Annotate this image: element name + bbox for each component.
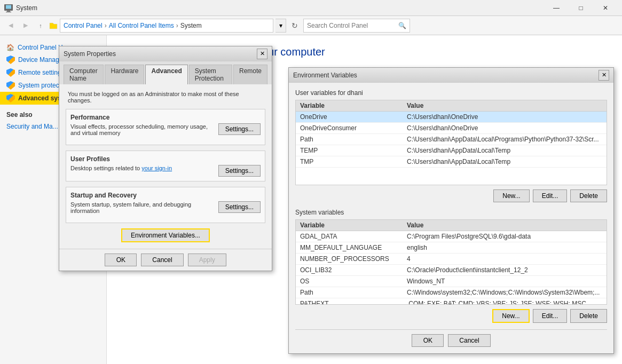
close-button[interactable]: ✕ (593, 0, 618, 16)
breadcrumb-all-items[interactable]: All Control Panel Items (109, 22, 174, 29)
address-dropdown[interactable]: ▾ (275, 19, 286, 33)
user-var-name: OneDriveConsumer (296, 123, 403, 134)
startup-recovery-group-title: Startup and Recovery (70, 192, 261, 199)
forward-button[interactable]: ▶ (19, 19, 32, 32)
sys-var-name: GDAL_DATA (296, 231, 403, 242)
user-delete-button[interactable]: Delete (570, 189, 607, 202)
user-var-value: C:\Users\dhani\AppData\Local\Temp (403, 145, 607, 156)
svg-rect-1 (6, 5, 11, 9)
user-profiles-settings-button[interactable]: Settings... (218, 165, 261, 177)
sys-var-row[interactable]: OSWindows_NT (296, 276, 607, 287)
environment-variables-dialog: Environment Variables ✕ User variables f… (288, 67, 614, 354)
user-var-name: TMP (296, 156, 403, 168)
user-profiles-group-title: User Profiles (70, 155, 261, 163)
sys-edit-button[interactable]: Edit... (533, 309, 568, 323)
minimize-button[interactable]: — (544, 0, 569, 16)
user-edit-button[interactable]: Edit... (533, 189, 568, 202)
sys-vars-btn-row: New... Edit... Delete (295, 309, 607, 323)
performance-group-desc: Visual effects, processor scheduling, me… (70, 123, 214, 136)
sys-var-value: english (403, 242, 607, 254)
tab-remote[interactable]: Remote (233, 65, 267, 84)
startup-recovery-group: Startup and Recovery System startup, sys… (66, 187, 265, 223)
sys-props-tabs: Computer Name Hardware Advanced System P… (59, 61, 272, 84)
up-button[interactable]: ↑ (34, 19, 47, 32)
search-input[interactable] (307, 22, 398, 29)
environment-variables-button[interactable]: Environment Variables... (121, 228, 210, 242)
sys-var-value: C:\Oracle\Product\client\instantclient_1… (403, 265, 607, 276)
svg-rect-2 (7, 11, 10, 12)
user-var-value: C:\Users\dhani\OneDrive (403, 112, 607, 123)
sys-var-name: NUMBER_OF_PROCESSORS (296, 254, 403, 265)
sys-var-row[interactable]: MM_DEFAULT_LANGUAGEenglish (296, 242, 607, 254)
user-var-name: TEMP (296, 145, 403, 156)
dialog-overlay: System Properties ✕ Computer Name Hardwa… (0, 35, 622, 364)
user-var-col-header: Variable (296, 100, 403, 112)
sys-props-content: You must be logged on as an Administrato… (59, 84, 272, 249)
main-container: 🏠 Control Panel Home Device Manager Remo… (0, 35, 622, 364)
sys-props-title-bar: System Properties ✕ (59, 46, 272, 61)
system-variables-label: System variables (295, 209, 607, 216)
maximize-button[interactable]: □ (569, 0, 593, 16)
svg-rect-3 (6, 12, 11, 12)
folder-icon (49, 21, 58, 30)
sys-var-name: MM_DEFAULT_LANGUAGE (296, 242, 403, 254)
sys-var-name: PATHEXT (296, 298, 403, 305)
env-ok-button[interactable]: OK (412, 334, 444, 347)
env-cancel-button[interactable]: Cancel (448, 334, 490, 347)
user-var-row[interactable]: PathC:\Users\dhani\AppData\Local\Program… (296, 134, 607, 145)
sys-props-ok-button[interactable]: OK (105, 254, 137, 266)
user-var-row[interactable]: OneDriveC:\Users\dhani\OneDrive (296, 112, 607, 123)
tab-advanced[interactable]: Advanced (145, 65, 187, 84)
user-variables-table: Variable Value OneDriveC:\Users\dhani\On… (296, 100, 607, 168)
tab-computer-name[interactable]: Computer Name (64, 65, 104, 84)
user-profiles-group-desc: Desktop settings related to your sign-in (70, 165, 214, 171)
sys-var-value: Windows_NT (403, 276, 607, 287)
sys-var-col-header: Variable (296, 220, 403, 231)
user-var-row[interactable]: TEMPC:\Users\dhani\AppData\Local\Temp (296, 145, 607, 156)
user-var-value: C:\Users\dhani\AppData\Local\Temp (403, 156, 607, 168)
sys-var-row[interactable]: PathC:\Windows\system32;C:\Windows;C:\Wi… (296, 287, 607, 298)
refresh-button[interactable]: ↻ (288, 19, 301, 32)
sys-var-name: OS (296, 276, 403, 287)
sys-var-value: 4 (403, 254, 607, 265)
user-variables-label: User variables for dhani (295, 89, 607, 97)
sys-props-apply-button[interactable]: Apply (188, 254, 226, 266)
sys-var-row[interactable]: GDAL_DATAC:\Program Files\PostgreSQL\9.6… (296, 231, 607, 242)
user-variables-table-container: Variable Value OneDriveC:\Users\dhani\On… (295, 100, 607, 185)
breadcrumb-current: System (180, 22, 202, 29)
tab-system-protection[interactable]: System Protection (189, 65, 232, 84)
startup-recovery-settings-button[interactable]: Settings... (218, 201, 261, 213)
sys-delete-button[interactable]: Delete (570, 309, 607, 323)
sys-var-name: OCI_LIB32 (296, 265, 403, 276)
sys-var-row[interactable]: OCI_LIB32C:\Oracle\Product\client\instan… (296, 265, 607, 276)
breadcrumb-control-panel[interactable]: Control Panel (64, 22, 103, 29)
address-bar: ◀ ▶ ↑ Control Panel › All Control Panel … (0, 16, 622, 35)
system-properties-dialog: System Properties ✕ Computer Name Hardwa… (59, 46, 272, 271)
user-vars-btn-row: New... Edit... Delete (295, 189, 607, 202)
performance-settings-button[interactable]: Settings... (218, 123, 261, 135)
user-new-button[interactable]: New... (493, 189, 529, 202)
sys-var-value: .COM;.EXE;.BAT;.CMD;.VBS;.VBE;.JS;.JSE;.… (403, 298, 607, 305)
user-var-row[interactable]: OneDriveConsumerC:\Users\dhani\OneDrive (296, 123, 607, 134)
window-controls: — □ ✕ (544, 0, 618, 16)
system-variables-table-container: Variable Value GDAL_DATAC:\Program Files… (295, 219, 607, 305)
system-icon (4, 4, 13, 12)
sys-props-close-button[interactable]: ✕ (257, 49, 267, 59)
sys-new-button[interactable]: New... (492, 309, 529, 323)
sys-var-row[interactable]: NUMBER_OF_PROCESSORS4 (296, 254, 607, 265)
env-content: User variables for dhani Variable Value … (289, 83, 613, 353)
sys-var-value: C:\Windows\system32;C:\Windows;C:\Window… (403, 287, 607, 298)
sys-var-name: Path (296, 287, 403, 298)
breadcrumb: Control Panel › All Control Panel Items … (60, 19, 273, 33)
user-var-value: C:\Users\dhani\AppData\Local\Programs\Py… (403, 134, 607, 145)
env-close-button[interactable]: ✕ (599, 70, 609, 81)
back-button[interactable]: ◀ (4, 19, 17, 32)
user-var-row[interactable]: TMPC:\Users\dhani\AppData\Local\Temp (296, 156, 607, 168)
user-var-name: Path (296, 134, 403, 145)
sys-var-row[interactable]: PATHEXT.COM;.EXE;.BAT;.CMD;.VBS;.VBE;.JS… (296, 298, 607, 305)
sys-props-cancel-button[interactable]: Cancel (141, 254, 183, 266)
user-var-value: C:\Users\dhani\OneDrive (403, 123, 607, 134)
tab-hardware[interactable]: Hardware (105, 65, 144, 84)
env-title-bar: Environment Variables ✕ (289, 68, 613, 83)
user-var-name: OneDrive (296, 112, 403, 123)
